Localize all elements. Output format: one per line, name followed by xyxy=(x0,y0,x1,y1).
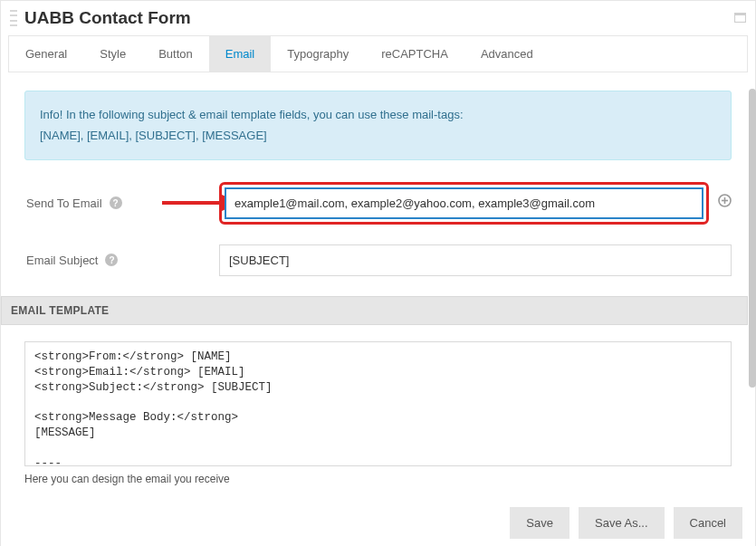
tab-style[interactable]: Style xyxy=(83,36,142,72)
tab-advanced[interactable]: Advanced xyxy=(464,36,550,72)
help-icon[interactable]: ? xyxy=(105,254,118,266)
scroll-thumb[interactable] xyxy=(749,89,756,388)
template-hint: Here you can design the email you receiv… xyxy=(24,473,732,485)
section-header-email-template: EMAIL TEMPLATE xyxy=(1,296,748,325)
title-bar: UABB Contact Form xyxy=(1,1,755,35)
field-row-send-to: Send To Email ? xyxy=(24,182,732,225)
save-button[interactable]: Save xyxy=(510,507,569,539)
tab-email[interactable]: Email xyxy=(209,36,272,72)
tab-button[interactable]: Button xyxy=(142,36,209,72)
save-as-button[interactable]: Save As... xyxy=(579,507,665,539)
send-to-input[interactable] xyxy=(225,187,703,219)
cancel-button[interactable]: Cancel xyxy=(674,507,742,539)
footer-actions: Save Save As... Cancel xyxy=(1,498,755,546)
vertical-scrollbar[interactable] xyxy=(749,89,756,487)
field-row-subject: Email Subject ? xyxy=(24,244,732,276)
tabs: General Style Button Email Typography re… xyxy=(8,35,748,72)
tab-recaptcha[interactable]: reCAPTCHA xyxy=(365,36,464,72)
info-line1: Info! In the following subject & email t… xyxy=(40,104,716,125)
template-row: Here you can design the email you receiv… xyxy=(24,325,732,491)
svg-rect-1 xyxy=(735,14,746,16)
info-notice: Info! In the following subject & email t… xyxy=(24,91,732,160)
subject-label: Email Subject ? xyxy=(24,254,219,267)
expand-icon[interactable] xyxy=(734,11,746,25)
tab-general[interactable]: General xyxy=(9,36,83,72)
drag-handle-icon[interactable] xyxy=(10,10,17,26)
settings-panel: UABB Contact Form General Style Button E… xyxy=(0,0,756,546)
send-to-label: Send To Email ? xyxy=(24,196,219,210)
plus-icon[interactable] xyxy=(718,194,732,212)
tab-content: Info! In the following subject & email t… xyxy=(8,72,748,498)
tab-typography[interactable]: Typography xyxy=(271,36,365,72)
subject-input[interactable] xyxy=(219,244,732,276)
panel-title: UABB Contact Form xyxy=(24,8,734,28)
info-line2: [NAME], [EMAIL], [SUBJECT], [MESSAGE] xyxy=(40,125,716,146)
email-template-textarea[interactable] xyxy=(24,341,732,466)
help-icon[interactable]: ? xyxy=(110,196,122,209)
send-to-highlight xyxy=(219,182,709,225)
